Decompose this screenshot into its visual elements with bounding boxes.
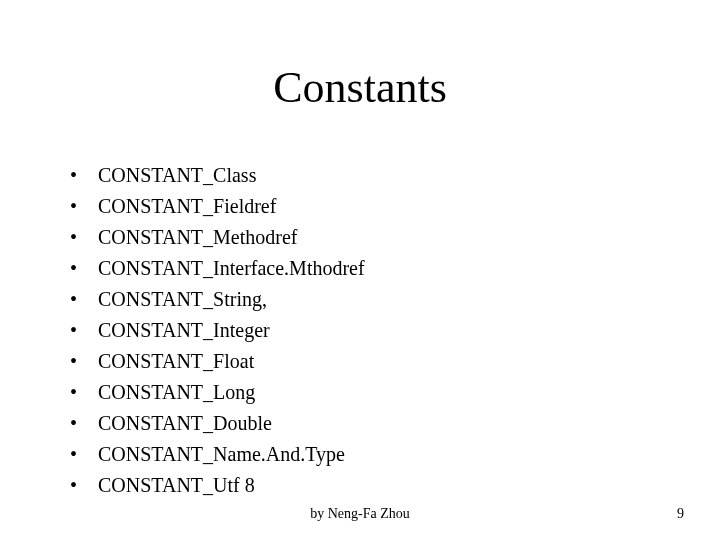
list-item-label: CONSTANT_Class xyxy=(98,160,256,191)
bullet-icon: • xyxy=(70,222,98,253)
list-item: • CONSTANT_Name.And.Type xyxy=(70,439,365,470)
list-item-label: CONSTANT_Name.And.Type xyxy=(98,439,345,470)
bullet-icon: • xyxy=(70,160,98,191)
slide: Constants • CONSTANT_Class • CONSTANT_Fi… xyxy=(0,0,720,540)
bullet-icon: • xyxy=(70,284,98,315)
slide-title: Constants xyxy=(0,62,720,113)
list-item-label: CONSTANT_Double xyxy=(98,408,272,439)
bullet-icon: • xyxy=(70,439,98,470)
bullet-icon: • xyxy=(70,253,98,284)
bullet-icon: • xyxy=(70,377,98,408)
constant-list: • CONSTANT_Class • CONSTANT_Fieldref • C… xyxy=(70,160,365,501)
list-item-label: CONSTANT_Float xyxy=(98,346,254,377)
list-item: • CONSTANT_Long xyxy=(70,377,365,408)
bullet-icon: • xyxy=(70,346,98,377)
bullet-icon: • xyxy=(70,191,98,222)
list-item: • CONSTANT_Interface.Mthodref xyxy=(70,253,365,284)
bullet-icon: • xyxy=(70,315,98,346)
bullet-icon: • xyxy=(70,408,98,439)
list-item-label: CONSTANT_Methodref xyxy=(98,222,297,253)
list-item-label: CONSTANT_Interface.Mthodref xyxy=(98,253,365,284)
list-item-label: CONSTANT_Utf 8 xyxy=(98,470,255,501)
list-item: • CONSTANT_Float xyxy=(70,346,365,377)
list-item: • CONSTANT_Utf 8 xyxy=(70,470,365,501)
page-number: 9 xyxy=(677,506,684,522)
list-item-label: CONSTANT_Integer xyxy=(98,315,270,346)
list-item: • CONSTANT_Integer xyxy=(70,315,365,346)
list-item: • CONSTANT_String, xyxy=(70,284,365,315)
list-item-label: CONSTANT_String, xyxy=(98,284,267,315)
list-item: • CONSTANT_Class xyxy=(70,160,365,191)
bullet-icon: • xyxy=(70,470,98,501)
list-item-label: CONSTANT_Fieldref xyxy=(98,191,276,222)
list-item: • CONSTANT_Fieldref xyxy=(70,191,365,222)
list-item: • CONSTANT_Double xyxy=(70,408,365,439)
footer-author: by Neng-Fa Zhou xyxy=(0,506,720,522)
list-item: • CONSTANT_Methodref xyxy=(70,222,365,253)
list-item-label: CONSTANT_Long xyxy=(98,377,255,408)
